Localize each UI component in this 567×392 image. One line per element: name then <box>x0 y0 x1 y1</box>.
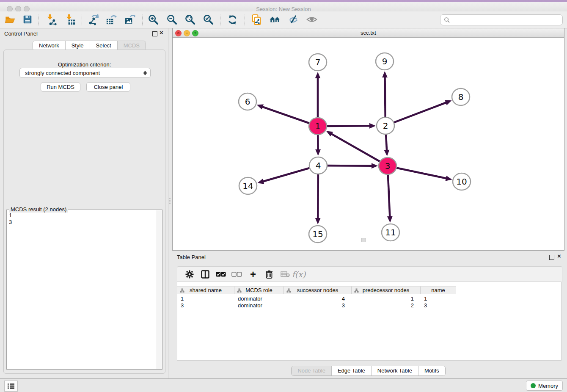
table-header-row: shared nameMCDS rolesuccessor nodesprede… <box>177 286 456 294</box>
zoom-out-icon[interactable] <box>164 12 179 27</box>
task-history-button[interactable] <box>4 381 18 392</box>
control-panel-float-icon[interactable] <box>152 31 157 36</box>
function-builder-icon: f(x) <box>292 268 305 280</box>
cell-shared-name[interactable]: 1 <box>177 295 234 302</box>
tab-mcds[interactable]: MCDS <box>118 41 146 50</box>
graph-edge-2-9[interactable] <box>385 76 385 118</box>
open-file-icon[interactable] <box>2 12 17 27</box>
import-network-icon[interactable] <box>43 12 58 27</box>
node-table: shared nameMCDS rolesuccessor nodesprede… <box>177 282 561 361</box>
home-icon[interactable] <box>267 12 282 27</box>
export-network-icon[interactable] <box>85 12 100 27</box>
save-session-icon[interactable] <box>20 12 35 27</box>
cell-successor-nodes[interactable]: 4 <box>284 295 352 302</box>
cell-predecessor-nodes[interactable]: 2 <box>352 302 421 309</box>
graph-node-label-7: 7 <box>315 57 321 67</box>
cell-MCDS-role[interactable]: dominator <box>234 295 284 302</box>
graph-edge-arrow <box>315 72 321 78</box>
graph-node-label-14: 14 <box>242 181 253 191</box>
graph-node-label-10: 10 <box>456 177 467 187</box>
graph-edge-4-3[interactable] <box>326 166 373 166</box>
column-header-shared-name[interactable]: shared name <box>177 286 234 294</box>
canvas-scroll-thumb[interactable] <box>361 238 366 242</box>
column-header-predecessor-nodes[interactable]: predecessor nodes <box>352 286 421 294</box>
mcds-result-list[interactable]: 1 3 <box>9 212 12 226</box>
delete-column-trash-icon[interactable] <box>263 268 275 280</box>
tab-style[interactable]: Style <box>66 41 90 50</box>
search-input[interactable] <box>452 16 562 24</box>
graph-edge-arrow <box>369 123 376 129</box>
cell-name[interactable]: 1 <box>421 295 456 302</box>
graph-edge-3-11[interactable] <box>388 174 390 218</box>
network-canvas[interactable]: 7968124314101511 <box>173 38 564 250</box>
export-image-icon[interactable] <box>122 12 137 27</box>
column-header-successor-nodes[interactable]: successor nodes <box>284 286 352 294</box>
graph-node-label-8: 8 <box>458 92 464 102</box>
graph-edge-3-1[interactable] <box>330 133 380 162</box>
table-toolbar: + f(x) <box>177 266 562 282</box>
table-row[interactable]: 3dominator323 <box>177 302 456 309</box>
select-all-checks-icon[interactable] <box>215 268 227 280</box>
splitter-grip[interactable] <box>168 197 171 205</box>
graph-edge-arrow <box>445 100 451 105</box>
close-panel-button[interactable]: Close panel <box>86 82 130 92</box>
network-view-window: ✕ − + scc.txt 7968124314101511 <box>172 28 564 251</box>
graph-node-label-9: 9 <box>382 56 388 66</box>
table-panel-close-icon[interactable]: × <box>557 254 561 258</box>
add-column-icon[interactable]: + <box>247 268 259 280</box>
refresh-layout-icon[interactable] <box>225 12 240 27</box>
graph-edge-2-8[interactable] <box>393 102 447 123</box>
main-toolbar <box>0 11 567 28</box>
graph-edge-arrow <box>315 149 321 156</box>
graph-node-label-2: 2 <box>383 121 388 131</box>
control-panel-close-icon[interactable]: × <box>160 30 163 35</box>
zoom-fit-icon[interactable] <box>182 12 198 27</box>
graph-edge-1-6[interactable] <box>261 107 310 124</box>
graph-edge-2-3[interactable] <box>386 134 387 151</box>
zoom-selected-icon[interactable] <box>201 12 216 27</box>
optimization-criterion-select[interactable]: strongly connected component <box>19 68 151 78</box>
run-mcds-button[interactable]: Run MCDS <box>41 82 80 92</box>
table-options-gear-icon[interactable] <box>183 268 196 280</box>
column-header-MCDS-role[interactable]: MCDS role <box>234 286 284 294</box>
cell-MCDS-role[interactable]: dominator <box>234 302 284 309</box>
control-panel-title: Control Panel <box>4 30 38 37</box>
search-box <box>440 14 563 25</box>
style-preview-icon[interactable] <box>285 12 300 27</box>
cell-shared-name[interactable]: 3 <box>177 302 234 309</box>
table-row[interactable]: 1dominator411 <box>177 295 456 302</box>
show-hide-details-eye-icon[interactable] <box>304 12 319 27</box>
cell-predecessor-nodes[interactable]: 1 <box>352 295 421 302</box>
memory-label: Memory <box>538 383 558 389</box>
import-table-icon[interactable] <box>62 12 77 27</box>
graph-edge-4-15[interactable] <box>318 174 318 219</box>
zoom-in-icon[interactable] <box>146 12 161 27</box>
tab-network-table[interactable]: Network Table <box>372 366 418 375</box>
graph-edge-3-10[interactable] <box>396 168 447 179</box>
memory-button[interactable]: Memory <box>526 381 563 391</box>
deselect-all-checks-icon[interactable] <box>230 268 243 280</box>
split-columns-icon[interactable] <box>199 268 212 280</box>
table-panel-float-icon[interactable] <box>549 255 554 260</box>
optimization-criterion-label: Optimization criterion: <box>4 61 165 68</box>
graph-edge-arrow <box>257 179 264 184</box>
search-icon <box>444 17 450 23</box>
table-panel-tabs: Node TableEdge TableNetwork TableMotifs <box>291 366 445 376</box>
tab-select[interactable]: Select <box>90 41 118 50</box>
list-icon <box>7 383 15 389</box>
graph-node-label-1: 1 <box>315 121 321 131</box>
graph-edge-4-14[interactable] <box>262 168 311 182</box>
result-scrollbar[interactable] <box>157 210 162 369</box>
cell-name[interactable]: 3 <box>421 302 456 309</box>
mcds-panel: Optimization criterion: strongly connect… <box>3 50 165 374</box>
column-header-name[interactable]: name <box>421 286 456 294</box>
tab-network[interactable]: Network <box>33 41 66 50</box>
cell-successor-nodes[interactable]: 3 <box>284 302 352 309</box>
tab-edge-table[interactable]: Edge Table <box>332 366 372 375</box>
tab-motifs[interactable]: Motifs <box>418 366 445 375</box>
export-table-icon[interactable] <box>103 12 118 27</box>
graph-edge-1-2[interactable] <box>326 126 371 126</box>
tab-node-table[interactable]: Node Table <box>292 366 332 375</box>
mcds-result-title: MCDS result (2 nodes) <box>9 206 68 213</box>
duplicate-network-icon[interactable] <box>248 12 264 27</box>
